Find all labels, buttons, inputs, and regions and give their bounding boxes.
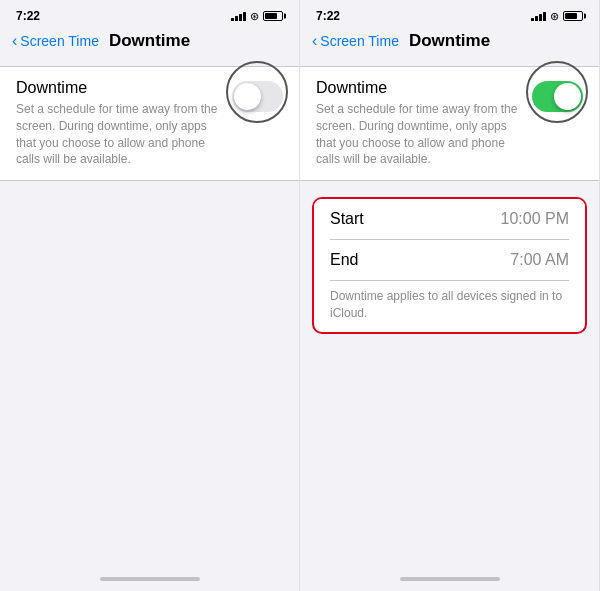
downtime-title-left: Downtime: [16, 79, 220, 97]
schedule-note: Downtime applies to all devices signed i…: [314, 280, 585, 332]
toggle-wrapper-left: [232, 79, 283, 112]
downtime-description-left: Set a schedule for time away from the sc…: [16, 101, 220, 168]
home-bar-left: [100, 577, 200, 581]
back-chevron-icon-left: ‹: [12, 32, 17, 50]
home-indicator-right: [300, 569, 599, 591]
status-bar-left: 7:22 ⊛: [0, 0, 299, 28]
downtime-title-right: Downtime: [316, 79, 520, 97]
right-phone-panel: 7:22 ⊛ ‹ Screen Time Downtime Downtime: [300, 0, 600, 591]
status-time-left: 7:22: [16, 9, 40, 23]
downtime-toggle-section-left: Downtime Set a schedule for time away fr…: [0, 66, 299, 181]
status-bar-right: 7:22 ⊛: [300, 0, 599, 28]
toggle-text-right: Downtime Set a schedule for time away fr…: [316, 79, 532, 168]
start-value: 10:00 PM: [501, 210, 569, 228]
end-label: End: [330, 251, 358, 269]
downtime-toggle-right[interactable]: [532, 81, 583, 112]
home-bar-right: [400, 577, 500, 581]
nav-bar-right: ‹ Screen Time Downtime: [300, 28, 599, 58]
back-chevron-icon-right: ‹: [312, 32, 317, 50]
back-label-left: Screen Time: [20, 33, 99, 49]
start-label: Start: [330, 210, 364, 228]
nav-title-left: Downtime: [109, 31, 190, 51]
status-time-right: 7:22: [316, 9, 340, 23]
content-left: Downtime Set a schedule for time away fr…: [0, 58, 299, 569]
content-right: Downtime Set a schedule for time away fr…: [300, 58, 599, 569]
downtime-description-right: Set a schedule for time away from the sc…: [316, 101, 520, 168]
toggle-wrapper-right: [532, 79, 583, 112]
battery-icon-right: [563, 11, 583, 21]
back-label-right: Screen Time: [320, 33, 399, 49]
status-icons-right: ⊛: [531, 10, 583, 23]
left-phone-panel: 7:22 ⊛ ‹ Screen Time Downtime Downtime: [0, 0, 300, 591]
end-value: 7:00 AM: [510, 251, 569, 269]
back-button-left[interactable]: ‹ Screen Time: [12, 32, 99, 50]
battery-icon-left: [263, 11, 283, 21]
home-indicator-left: [0, 569, 299, 591]
schedule-section: Start 10:00 PM End 7:00 AM Downtime appl…: [312, 197, 587, 334]
downtime-toggle-section-right: Downtime Set a schedule for time away fr…: [300, 66, 599, 181]
signal-icon-left: [231, 12, 246, 21]
nav-bar-left: ‹ Screen Time Downtime: [0, 28, 299, 58]
toggle-thumb-left: [234, 83, 261, 110]
schedule-start-row[interactable]: Start 10:00 PM: [314, 199, 585, 239]
toggle-text-left: Downtime Set a schedule for time away fr…: [16, 79, 232, 168]
wifi-icon-left: ⊛: [250, 10, 259, 23]
wifi-icon-right: ⊛: [550, 10, 559, 23]
schedule-end-row[interactable]: End 7:00 AM: [314, 240, 585, 280]
signal-icon-right: [531, 12, 546, 21]
status-icons-left: ⊛: [231, 10, 283, 23]
nav-title-right: Downtime: [409, 31, 490, 51]
back-button-right[interactable]: ‹ Screen Time: [312, 32, 399, 50]
toggle-thumb-right: [554, 83, 581, 110]
downtime-toggle-left[interactable]: [232, 81, 283, 112]
